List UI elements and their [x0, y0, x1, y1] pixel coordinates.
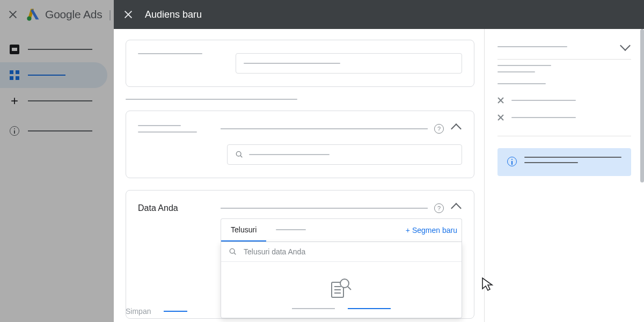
card-search-section [126, 111, 474, 178]
footer: Simpan [126, 307, 187, 316]
search-placeholder: Telusuri data Anda [244, 247, 305, 256]
tab-placeholder[interactable] [266, 223, 316, 238]
section-title: Data Anda [138, 203, 178, 213]
svg-line-10 [234, 253, 236, 254]
empty-state-icon [330, 277, 353, 298]
card-name [126, 40, 474, 87]
text-input[interactable] [236, 53, 462, 74]
chevron-up-icon[interactable] [451, 123, 462, 134]
info-icon [507, 157, 517, 166]
chevron-down-icon[interactable] [620, 40, 631, 51]
panel-title: Audiens baru [145, 9, 202, 20]
search-input[interactable] [227, 144, 462, 165]
panel-close-icon[interactable] [125, 11, 132, 18]
main-content: Data Anda Telusuri Segme [114, 29, 484, 322]
svg-point-9 [230, 248, 235, 253]
tab-browse[interactable]: Telusuri [221, 219, 266, 241]
tabs: Telusuri Segmen baru [221, 219, 462, 242]
removable-item [497, 92, 631, 109]
chevron-up-icon[interactable] [451, 203, 462, 214]
help-icon[interactable] [434, 203, 444, 213]
search-icon [235, 150, 244, 159]
info-callout [497, 148, 631, 176]
cursor-icon [481, 277, 496, 292]
new-segment-link[interactable]: Segmen baru [401, 219, 462, 241]
dropdown-panel: Telusuri data Anda [221, 242, 462, 318]
svg-line-16 [348, 287, 351, 290]
help-icon[interactable] [434, 124, 444, 134]
right-sidebar [484, 29, 644, 322]
modal-panel: Audiens baru [114, 0, 644, 322]
dropdown-search[interactable]: Telusuri data Anda [221, 242, 462, 262]
panel-header: Audiens baru [114, 0, 644, 29]
card-your-data: Data Anda Telusuri Segme [126, 190, 474, 319]
svg-point-7 [236, 151, 241, 156]
save-button[interactable]: Simpan [126, 307, 151, 316]
close-icon[interactable] [497, 97, 504, 104]
svg-line-8 [240, 156, 242, 157]
removable-item [497, 109, 631, 126]
svg-point-15 [340, 279, 349, 288]
scrollbar[interactable] [640, 29, 644, 182]
close-icon[interactable] [497, 114, 504, 121]
search-icon [229, 247, 237, 256]
